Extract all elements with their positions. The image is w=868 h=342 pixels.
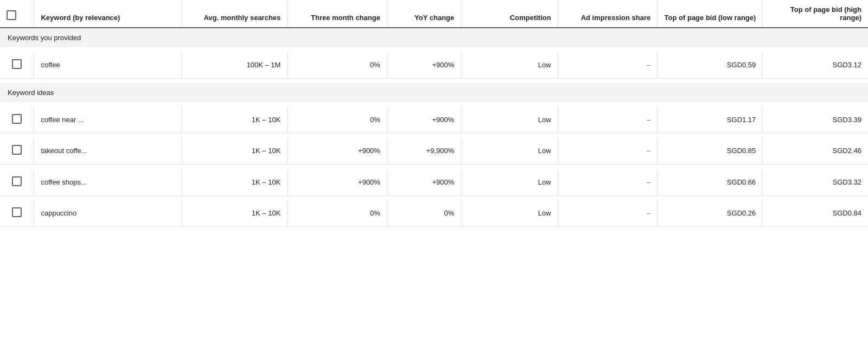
header-ad-impression: Ad impression share — [558, 0, 658, 28]
cell-top-low: SGD0.66 — [658, 169, 763, 196]
cell-keyword: takeout coffe... — [34, 137, 182, 164]
table-row: cappuccino1K – 10K0%0%Low–SGD0.26SGD0.84 — [0, 200, 868, 227]
header-competition: Competition — [461, 0, 558, 28]
header-keyword: Keyword (by relevance) — [34, 0, 182, 28]
section-label: Keyword ideas — [0, 83, 868, 102]
cell-top-low: SGD0.85 — [658, 137, 763, 164]
cell-keyword: coffee — [34, 52, 182, 79]
cell-ad-impression: – — [558, 52, 658, 79]
cell-top-high: SGD2.46 — [763, 137, 868, 164]
row-checkbox[interactable] — [12, 145, 22, 155]
cell-top-low: SGD1.17 — [658, 106, 763, 134]
header-top-high: Top of page bid (high range) — [763, 0, 868, 28]
cell-keyword: coffee near ... — [34, 106, 182, 134]
table-row: coffee near ...1K – 10K0%+900%Low–SGD1.1… — [0, 106, 868, 134]
header-top-low: Top of page bid (low range) — [658, 0, 763, 28]
cell-ad-impression: – — [558, 200, 658, 227]
cell-three-month: 0% — [288, 200, 387, 227]
table-body: Keywords you providedcoffee100K – 1M0%+9… — [0, 28, 868, 231]
cell-ad-impression: – — [558, 169, 658, 196]
keyword-table: Keyword (by relevance) Avg. monthly sear… — [0, 0, 868, 231]
row-checkbox[interactable] — [12, 59, 22, 69]
cell-competition: Low — [461, 137, 558, 164]
row-checkbox[interactable] — [12, 207, 22, 217]
cell-yoy: +9,900% — [387, 137, 461, 164]
row-checkbox-cell — [0, 200, 34, 227]
cell-top-low: SGD0.59 — [658, 52, 763, 79]
cell-yoy: +900% — [387, 52, 461, 79]
row-checkbox[interactable] — [12, 114, 22, 124]
row-checkbox-cell — [0, 52, 34, 79]
row-checkbox-cell — [0, 106, 34, 134]
cell-three-month: 0% — [288, 106, 387, 134]
cell-competition: Low — [461, 106, 558, 134]
header-checkbox-col — [0, 0, 34, 28]
header-yoy: YoY change — [387, 0, 461, 28]
cell-keyword: cappuccino — [34, 200, 182, 227]
cell-competition: Low — [461, 169, 558, 196]
row-checkbox[interactable] — [12, 176, 22, 186]
cell-three-month: 0% — [288, 52, 387, 79]
row-checkbox-cell — [0, 169, 34, 196]
cell-top-low: SGD0.26 — [658, 200, 763, 227]
cell-yoy: 0% — [387, 200, 461, 227]
table-row: coffee shops...1K – 10K+900%+900%Low–SGD… — [0, 169, 868, 196]
cell-top-high: SGD3.39 — [763, 106, 868, 134]
cell-top-high: SGD3.12 — [763, 52, 868, 79]
table-row: coffee100K – 1M0%+900%Low–SGD0.59SGD3.12 — [0, 52, 868, 79]
row-checkbox-cell — [0, 137, 34, 164]
select-all-checkbox[interactable] — [7, 10, 16, 20]
cell-top-high: SGD0.84 — [763, 200, 868, 227]
cell-competition: Low — [461, 200, 558, 227]
cell-yoy: +900% — [387, 169, 461, 196]
cell-keyword: coffee shops... — [34, 169, 182, 196]
cell-avg-monthly: 100K – 1M — [182, 52, 288, 79]
header-avg-monthly: Avg. monthly searches — [182, 0, 288, 28]
cell-three-month: +900% — [288, 137, 387, 164]
cell-three-month: +900% — [288, 169, 387, 196]
cell-avg-monthly: 1K – 10K — [182, 137, 288, 164]
cell-avg-monthly: 1K – 10K — [182, 169, 288, 196]
cell-ad-impression: – — [558, 137, 658, 164]
section-header-row: Keyword ideas — [0, 83, 868, 102]
section-header-row: Keywords you provided — [0, 28, 868, 47]
header-three-month: Three month change — [288, 0, 387, 28]
table-row: takeout coffe...1K – 10K+900%+9,900%Low–… — [0, 137, 868, 164]
cell-avg-monthly: 1K – 10K — [182, 106, 288, 134]
section-label: Keywords you provided — [0, 28, 868, 47]
cell-ad-impression: – — [558, 106, 658, 134]
cell-avg-monthly: 1K – 10K — [182, 200, 288, 227]
cell-top-high: SGD3.32 — [763, 169, 868, 196]
table-header-row: Keyword (by relevance) Avg. monthly sear… — [0, 0, 868, 28]
cell-yoy: +900% — [387, 106, 461, 134]
cell-competition: Low — [461, 52, 558, 79]
